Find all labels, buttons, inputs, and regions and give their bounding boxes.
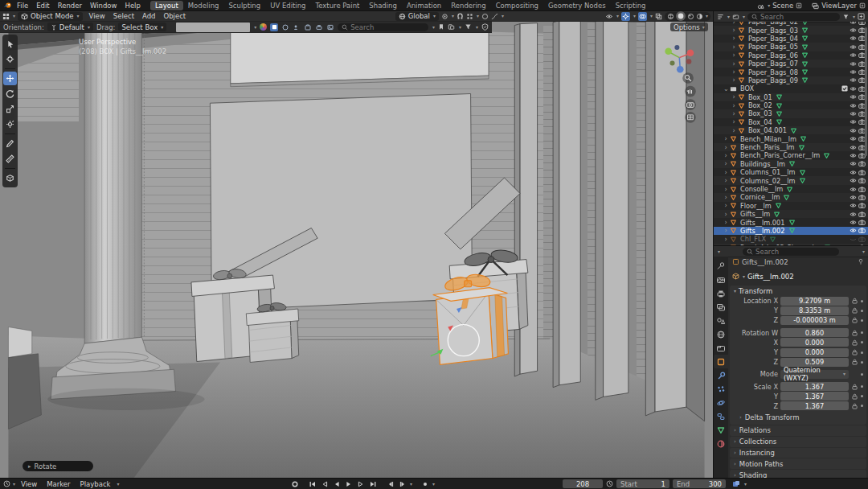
expand-chevron-icon[interactable]: ›	[723, 160, 728, 167]
tool-cursor[interactable]	[3, 52, 17, 66]
bookmark-icon[interactable]	[438, 23, 444, 31]
outliner-row-box-04[interactable]: ›Box_04	[714, 118, 868, 126]
shading-wireframe-icon[interactable]	[667, 13, 674, 20]
camera-render-icon[interactable]	[858, 227, 866, 234]
properties-tab-collection[interactable]	[714, 341, 728, 355]
expand-chevron-icon[interactable]: ›	[723, 144, 728, 151]
menu-window[interactable]: Window	[86, 2, 121, 10]
show-hide-eye-icon[interactable]	[605, 13, 613, 20]
properties-search-input[interactable]: Search	[743, 248, 839, 256]
tool-rotate[interactable]	[3, 87, 17, 101]
mesh-data-icon[interactable]	[801, 60, 809, 68]
menu-render[interactable]: Render	[54, 2, 86, 10]
camera-render-icon[interactable]	[858, 219, 866, 226]
frame-end-field[interactable]: End300	[673, 479, 726, 488]
mesh-data-icon[interactable]	[776, 93, 783, 101]
chevron-down-icon[interactable]: ▾	[254, 25, 256, 30]
outliner-row-cornice-lm[interactable]: ›Cornice__lm	[714, 193, 868, 201]
shading-rendered-icon[interactable]	[696, 13, 703, 20]
shield-check-icon[interactable]	[481, 23, 489, 31]
properties-tab-material[interactable]	[714, 437, 728, 450]
eye-icon[interactable]	[850, 144, 857, 151]
transform-panel-header[interactable]: ▾ Transform	[731, 286, 865, 296]
frame-back-button[interactable]	[385, 479, 395, 489]
eye-icon[interactable]	[850, 22, 857, 26]
eye-icon[interactable]	[850, 27, 857, 34]
viewport-canvas[interactable]: User Perspective (208) BOX | Gifts__lm.0…	[0, 11, 713, 478]
expand-chevron-icon[interactable]: ›	[731, 68, 736, 76]
timeline-menu-view[interactable]: View	[17, 480, 41, 488]
animate-decorator[interactable]	[861, 385, 863, 388]
scene-icon[interactable]	[757, 2, 764, 10]
workspace-tab-layout[interactable]: Layout	[150, 1, 183, 10]
outliner-row-box[interactable]: ⌄BOX	[714, 84, 868, 92]
properties-tab-physics[interactable]	[714, 396, 728, 409]
animate-decorator[interactable]	[861, 395, 863, 397]
tool-search-input[interactable]: Search	[338, 23, 428, 31]
viewport-menu-object[interactable]: Object	[159, 12, 190, 20]
eye-icon[interactable]	[850, 118, 857, 125]
outliner-row-box-01[interactable]: ›Box_01	[714, 93, 868, 101]
camera-render-icon[interactable]	[858, 236, 866, 243]
drag-dropdown[interactable]: Select Box ▾	[118, 23, 166, 31]
collection-checkbox[interactable]	[841, 85, 848, 92]
outliner-row-paper-bags-03[interactable]: ›Paper_Bags_03	[714, 26, 868, 34]
expand-chevron-icon[interactable]: ›	[731, 102, 736, 109]
delta-transform-subpanel[interactable]: › Delta Transform	[731, 413, 865, 422]
lock-icon[interactable]	[851, 317, 858, 323]
chevron-down-icon[interactable]: ▾	[410, 482, 412, 487]
eye-icon[interactable]	[850, 177, 857, 184]
mesh-data-icon[interactable]	[776, 110, 783, 117]
properties-tab-modifiers[interactable]	[714, 368, 728, 382]
zoom-button[interactable]	[682, 72, 694, 84]
expand-chevron-icon[interactable]: ›	[723, 186, 728, 193]
chevron-down-icon[interactable]: ▾	[768, 3, 770, 8]
expand-chevron-icon[interactable]: ›	[723, 177, 728, 184]
tool-scale[interactable]	[3, 102, 17, 116]
chevron-down-icon[interactable]: ▾	[13, 482, 15, 487]
camera-render-icon[interactable]	[858, 22, 866, 26]
chevron-down-icon[interactable]: ▾	[432, 482, 435, 487]
outliner-row-bench-paris-lm[interactable]: ›Bench_Paris__lm	[714, 143, 868, 151]
shading-material-icon[interactable]	[687, 13, 694, 20]
chevron-down-icon[interactable]: ▾	[459, 25, 461, 30]
field-mode[interactable]: Quaternion (WXYZ)▾	[780, 370, 849, 379]
outliner-scrollbar[interactable]	[865, 27, 867, 156]
mesh-data-icon[interactable]	[799, 169, 806, 176]
mesh-data-icon[interactable]	[801, 27, 809, 34]
outliner-row-bench-milan-lm[interactable]: ›Bench_Milan__lm	[714, 134, 868, 142]
chevron-down-icon[interactable]: ▾	[616, 14, 619, 18]
chevron-down-icon[interactable]: ▾	[117, 482, 120, 487]
menu-edit[interactable]: Edit	[32, 2, 53, 10]
orientation-dropdown[interactable]: Default ▾	[47, 23, 93, 31]
chevron-down-icon[interactable]: ▾	[432, 25, 435, 30]
lock-icon[interactable]	[851, 307, 858, 314]
animate-decorator[interactable]	[861, 341, 863, 343]
object-name-row[interactable]: ▾ Gifts__lm.002	[728, 271, 868, 281]
workspace-tab-modeling[interactable]: Modeling	[183, 1, 224, 10]
viewport-menu-add[interactable]: Add	[138, 12, 159, 20]
field-y[interactable]: 1.367	[780, 392, 849, 401]
new-collection-icon[interactable]	[858, 13, 865, 20]
mesh-data-icon[interactable]	[801, 43, 809, 51]
eye-icon[interactable]	[850, 43, 857, 51]
camera-render-icon[interactable]	[858, 194, 866, 201]
eye-icon[interactable]	[850, 110, 857, 117]
mesh-data-icon[interactable]	[783, 194, 790, 201]
eye-icon[interactable]	[850, 169, 857, 176]
outliner-row-chl-flx[interactable]: ›Chl_FLX	[714, 235, 868, 243]
eye-icon[interactable]	[850, 135, 857, 142]
eye-icon[interactable]	[850, 219, 857, 226]
chevron-down-icon[interactable]: ▾	[13, 14, 15, 18]
panel-relations[interactable]: ›Relations	[730, 425, 866, 436]
workspace-tab-shading[interactable]: Shading	[364, 1, 402, 10]
mesh-data-icon[interactable]	[773, 211, 780, 218]
eye-icon[interactable]	[850, 60, 857, 68]
mesh-data-icon[interactable]	[801, 22, 809, 26]
animate-decorator[interactable]	[861, 351, 863, 354]
properties-tab-tool[interactable]	[714, 259, 728, 273]
properties-tab-world[interactable]	[714, 327, 728, 341]
falloff-icon[interactable]	[491, 13, 498, 20]
chevron-down-icon[interactable]: ▾	[476, 25, 478, 30]
expand-chevron-icon[interactable]: ›	[723, 152, 728, 159]
